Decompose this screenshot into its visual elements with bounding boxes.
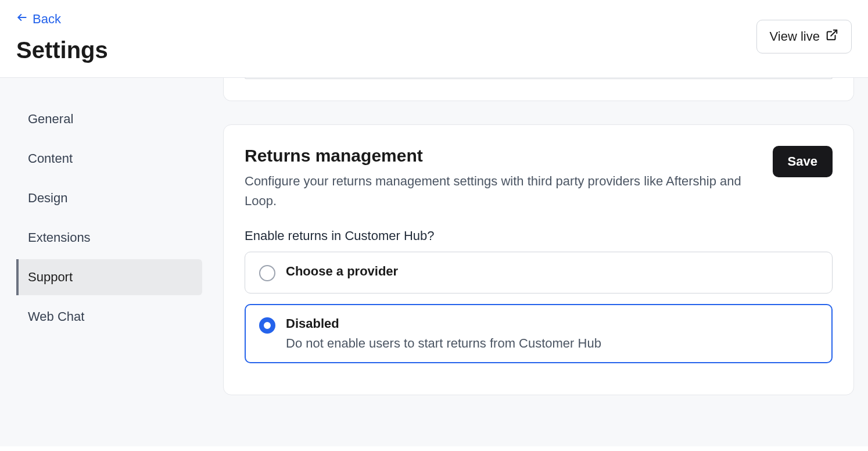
radio-description: Do not enable users to start returns fro… [286, 336, 818, 351]
card-header: Returns management Configure your return… [245, 146, 833, 211]
back-link[interactable]: Back [16, 12, 61, 27]
card-description: Configure your returns management settin… [245, 171, 761, 211]
settings-sidebar: General Content Design Extensions Suppor… [0, 78, 209, 446]
card-title: Returns management [245, 146, 761, 166]
previous-card-bottom [223, 78, 854, 101]
radio-option-choose-provider[interactable]: Choose a provider [245, 252, 833, 293]
sidebar-item-support[interactable]: Support [16, 259, 202, 295]
radio-text: Disabled Do not enable users to start re… [286, 316, 818, 351]
view-live-label: View live [770, 29, 820, 44]
radio-option-disabled[interactable]: Disabled Do not enable users to start re… [245, 304, 833, 363]
radio-title: Disabled [286, 316, 339, 331]
sidebar-item-general[interactable]: General [16, 101, 202, 137]
page-title: Settings [16, 37, 852, 63]
radio-icon [259, 265, 275, 281]
sidebar-item-label: Web Chat [28, 309, 84, 324]
svg-line-1 [831, 30, 837, 36]
radio-title: Choose a provider [286, 264, 398, 278]
back-link-label: Back [33, 12, 61, 27]
sidebar-item-extensions[interactable]: Extensions [16, 220, 202, 256]
save-button[interactable]: Save [773, 146, 833, 177]
sidebar-item-label: Content [28, 151, 73, 166]
radio-text: Choose a provider [286, 264, 818, 279]
sidebar-item-design[interactable]: Design [16, 180, 202, 216]
sidebar-item-label: Extensions [28, 230, 91, 245]
sidebar-item-label: Design [28, 191, 67, 205]
arrow-left-icon [16, 12, 28, 27]
view-live-button[interactable]: View live [756, 20, 852, 53]
main-content: Returns management Configure your return… [209, 78, 868, 446]
returns-management-card: Returns management Configure your return… [223, 124, 854, 395]
sidebar-item-web-chat[interactable]: Web Chat [16, 299, 202, 335]
sidebar-item-label: Support [28, 270, 73, 284]
page-header: Back Settings View live [0, 0, 868, 78]
page-body: General Content Design Extensions Suppor… [0, 78, 868, 446]
card-header-text: Returns management Configure your return… [245, 146, 761, 211]
enable-returns-label: Enable returns in Customer Hub? [245, 228, 833, 244]
external-link-icon [826, 28, 838, 45]
sidebar-item-content[interactable]: Content [16, 141, 202, 177]
sidebar-item-label: General [28, 112, 73, 126]
radio-icon [259, 317, 275, 334]
